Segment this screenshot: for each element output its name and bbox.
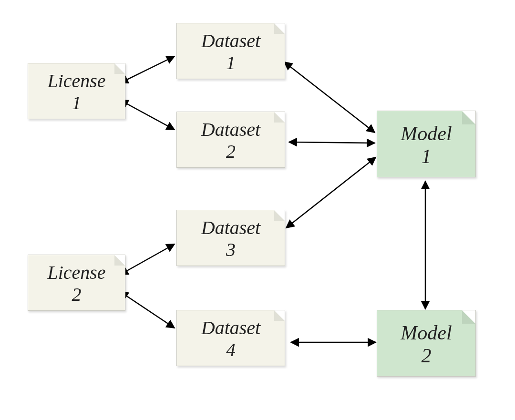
node-label: Dataset (201, 30, 260, 52)
node-label-index: 1 (226, 52, 236, 74)
edge-dataset3-model1 (286, 157, 376, 228)
node-label-index: 1 (72, 92, 82, 114)
node-label: License (47, 262, 105, 284)
diagram-canvas: License 1 License 2 Dataset 1 Dataset 2 … (0, 0, 515, 420)
node-license-2: License 2 (28, 255, 125, 311)
node-license-1: License 1 (28, 63, 125, 119)
node-dataset-4: Dataset 4 (176, 310, 285, 366)
node-label-index: 3 (226, 239, 236, 261)
edge-license2-dataset4 (120, 292, 175, 328)
edge-dataset2-model1 (289, 142, 375, 143)
node-model-2: Model 2 (377, 310, 476, 377)
edge-license2-dataset3 (120, 244, 175, 275)
node-dataset-3: Dataset 3 (176, 210, 285, 266)
node-label-index: 2 (422, 344, 432, 367)
node-label: Dataset (201, 317, 260, 339)
node-label-index: 2 (72, 284, 82, 306)
node-dataset-1: Dataset 1 (176, 23, 285, 79)
node-dataset-2: Dataset 2 (176, 112, 285, 168)
node-label: Dataset (201, 119, 260, 141)
node-label: Model (401, 122, 452, 145)
node-label: Model (401, 321, 452, 344)
node-model-1: Model 1 (377, 111, 476, 177)
edge-license1-dataset1 (120, 56, 175, 83)
node-label-index: 1 (422, 145, 432, 168)
node-label-index: 4 (226, 339, 236, 361)
node-label-index: 2 (226, 141, 236, 163)
node-label: Dataset (201, 217, 260, 239)
node-label: License (47, 70, 105, 92)
edge-dataset1-model1 (284, 62, 375, 133)
edge-license1-dataset2 (120, 100, 175, 130)
